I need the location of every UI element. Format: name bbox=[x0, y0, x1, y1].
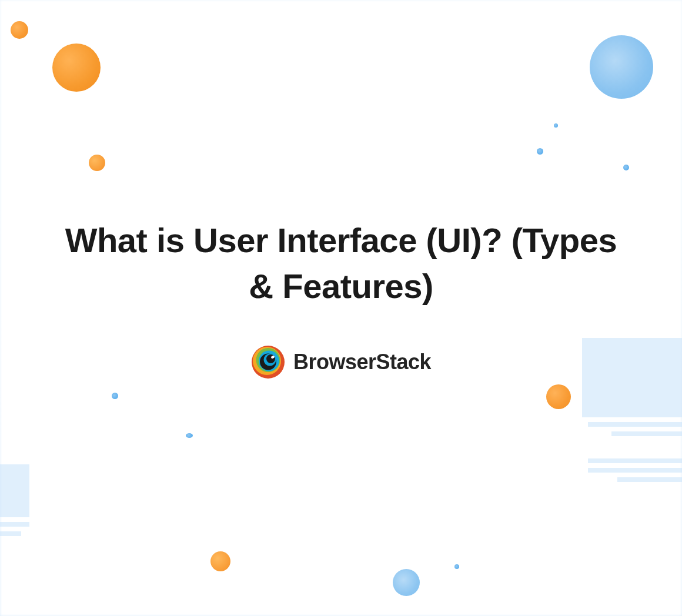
decoration-doc-lines bbox=[0, 464, 29, 541]
content-area: What is User Interface (UI)? (Types & Fe… bbox=[0, 217, 682, 381]
decoration-circle-blue bbox=[623, 165, 629, 170]
decoration-circle-blue bbox=[554, 123, 558, 128]
browserstack-logo-icon bbox=[251, 345, 285, 379]
decoration-circle-orange bbox=[11, 21, 28, 39]
decoration-circle-orange bbox=[89, 155, 105, 171]
decoration-circle-orange bbox=[546, 384, 571, 409]
decoration-circle-blue bbox=[537, 148, 543, 155]
decoration-circle-blue bbox=[186, 433, 193, 438]
decoration-circle-blue bbox=[454, 564, 459, 569]
decoration-circle-orange bbox=[52, 43, 101, 92]
brand-logo: BrowserStack bbox=[251, 345, 431, 379]
decoration-circle-orange bbox=[210, 551, 230, 571]
brand-name: BrowserStack bbox=[293, 350, 431, 374]
decoration-circle-blue bbox=[590, 35, 653, 99]
decoration-circle-blue bbox=[112, 393, 118, 399]
decoration-circle-blue bbox=[393, 569, 420, 596]
svg-point-6 bbox=[266, 354, 275, 363]
page-title: What is User Interface (UI)? (Types & Fe… bbox=[0, 217, 682, 310]
